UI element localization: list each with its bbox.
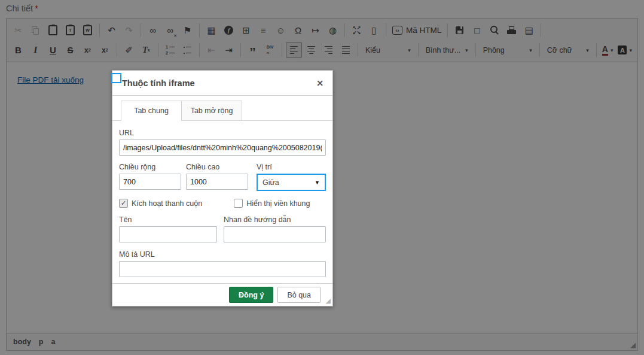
long-description-label: Mô tả URL (119, 250, 326, 259)
long-description-input[interactable] (119, 261, 326, 277)
scrollbars-checkbox[interactable]: ✓ (119, 199, 128, 208)
cancel-button[interactable]: Bỏ qua (277, 287, 321, 303)
ok-button[interactable]: Đồng ý (229, 287, 273, 303)
url-label: URL (119, 129, 326, 137)
select-arrow-icon: ▼ (315, 180, 320, 186)
name-title-row: Tên Nhan đề hướng dẫn (119, 216, 326, 242)
dialog-footer: Đồng ý Bỏ qua ◢ (112, 283, 332, 306)
scrollbars-checkbox-label[interactable]: Kích hoạt thanh cuộn (132, 199, 202, 208)
dialog-focus-square (111, 73, 121, 83)
width-label: Chiều rộng (119, 163, 181, 171)
dialog-title-bar[interactable]: Thuộc tính iframe ✕ (112, 71, 332, 96)
tab-advanced[interactable]: Tab mở rộng (181, 101, 242, 121)
advisory-title-input[interactable] (224, 226, 326, 242)
height-label: Chiều cao (186, 163, 248, 171)
advisory-title-label: Nhan đề hướng dẫn (224, 216, 326, 224)
alignment-label: Vị trí (257, 163, 326, 171)
dimensions-row: Chiều rộng Chiều cao Vị trí Giữa ▼ (119, 163, 326, 191)
alignment-select[interactable]: Giữa ▼ (257, 174, 326, 191)
alignment-select-value: Giữa (263, 178, 279, 187)
width-input[interactable] (119, 174, 181, 190)
url-input[interactable] (119, 139, 326, 156)
dialog-title: Thuộc tính iframe (122, 78, 195, 88)
frame-border-checkbox[interactable] (234, 199, 243, 208)
dialog-tabs: Tab chung Tab mở rộng (112, 96, 332, 121)
dialog-resize-handle[interactable]: ◢ (326, 297, 331, 305)
checkbox-row: ✓ Kích hoạt thanh cuộn Hiển thị viền khu… (119, 199, 326, 208)
iframe-properties-dialog: Thuộc tính iframe ✕ Tab chung Tab mở rộn… (112, 70, 333, 307)
frame-border-checkbox-label[interactable]: Hiển thị viền khung (246, 199, 310, 208)
name-input[interactable] (119, 226, 217, 242)
name-label: Tên (119, 216, 217, 224)
height-input[interactable] (186, 174, 248, 190)
dialog-body: URL Chiều rộng Chiều cao Vị trí Giữa ▼ ✓… (112, 121, 332, 277)
tab-general[interactable]: Tab chung (121, 101, 182, 121)
close-icon[interactable]: ✕ (316, 78, 323, 88)
